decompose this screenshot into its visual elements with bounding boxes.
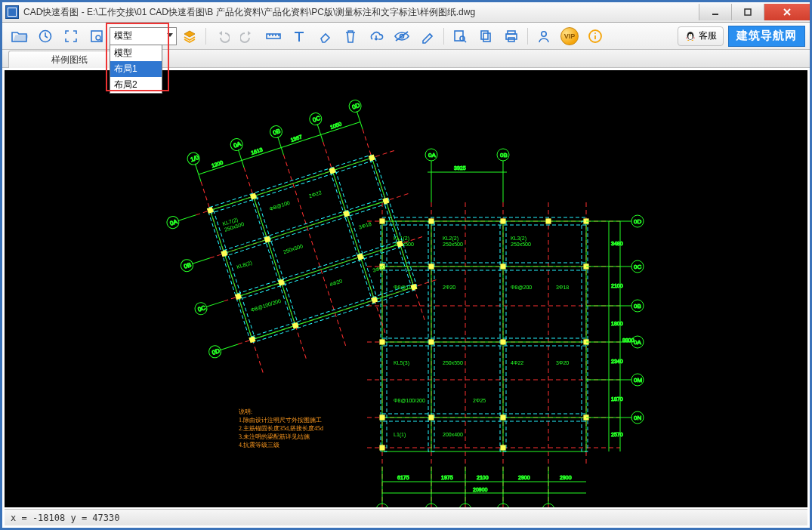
svg-text:0N: 0N	[634, 414, 641, 421]
svg-rect-66	[501, 264, 505, 269]
svg-text:6175: 6175	[397, 475, 409, 480]
svg-text:KL5(3): KL5(3)	[394, 360, 409, 366]
svg-line-167	[192, 258, 210, 264]
svg-text:3Φ18: 3Φ18	[556, 285, 569, 290]
layers-icon[interactable]	[179, 26, 200, 47]
undo-icon[interactable]	[211, 26, 233, 47]
svg-rect-77	[501, 445, 505, 450]
svg-rect-122	[221, 251, 227, 257]
toolbar-separator	[527, 28, 528, 45]
svg-text:3Φ20: 3Φ20	[556, 360, 569, 365]
svg-text:4Φ20: 4Φ20	[329, 278, 343, 287]
svg-text:3.未注明的梁配筋详见结施: 3.未注明的梁配筋详见结施	[239, 433, 310, 440]
svg-text:250x550: 250x550	[443, 360, 463, 365]
svg-rect-129	[397, 241, 403, 247]
svg-text:KL8(2): KL8(2)	[236, 260, 252, 270]
layout-option-layout1[interactable]: 布局1	[110, 61, 162, 77]
layout-option-model[interactable]: 模型	[110, 45, 162, 61]
svg-rect-72	[380, 415, 384, 420]
titlebar: CAD快速看图 - E:\工作交接\01 CAD快速看图\B 产品化资料\产品化…	[2, 2, 810, 23]
layout-dropdown-list: 模型 布局1 布局2	[110, 45, 162, 94]
customer-service-label: 客服	[699, 29, 717, 42]
vip-badge-icon[interactable]: VIP	[559, 26, 580, 47]
svg-text:3Φ20: 3Φ20	[372, 264, 387, 273]
svg-text:2Φ22: 2Φ22	[308, 190, 323, 199]
info-icon[interactable]	[585, 26, 606, 47]
svg-text:0B: 0B	[462, 507, 469, 507]
layout-dropdown[interactable]: 模型 模型 布局1 布局2	[110, 27, 177, 45]
svg-text:Φ8@200: Φ8@200	[511, 285, 532, 290]
cad-drawing: .gr{stroke:#25ff25;stroke-width:1;fill:n…	[5, 70, 807, 507]
svg-line-153	[317, 124, 323, 142]
navsite-label: 建筑导航网	[736, 29, 797, 43]
layout-option-layout2[interactable]: 布局2	[110, 77, 162, 93]
svg-text:250x500: 250x500	[511, 242, 531, 247]
customer-service-button[interactable]: 客服	[678, 26, 724, 46]
app-icon	[5, 5, 19, 19]
status-bar: x = -18108 y = 47330	[5, 509, 807, 525]
svg-text:0C: 0C	[197, 304, 207, 313]
redo-icon[interactable]	[237, 26, 258, 47]
svg-line-17	[464, 40, 466, 42]
svg-text:0A: 0A	[169, 218, 179, 227]
window-title: CAD快速看图 - E:\工作交接\01 CAD快速看图\B 产品化资料\产品化…	[23, 6, 475, 19]
close-button[interactable]	[764, 4, 810, 20]
svg-text:20900: 20900	[473, 487, 488, 492]
find-text-icon[interactable]	[449, 26, 471, 47]
svg-text:2340: 2340	[611, 359, 623, 364]
zoom-window-icon[interactable]	[86, 26, 107, 47]
minimize-button[interactable]	[699, 4, 731, 20]
chevron-down-icon	[167, 33, 173, 37]
svg-rect-124	[344, 211, 350, 217]
building-navsite-button[interactable]: 建筑导航网	[728, 26, 805, 47]
zoom-extents-icon[interactable]	[60, 26, 82, 47]
svg-line-150	[278, 137, 284, 155]
edit-pen-icon[interactable]	[417, 26, 438, 47]
svg-rect-74	[501, 415, 505, 420]
hide-icon[interactable]	[391, 26, 412, 47]
open-file-icon[interactable]	[9, 26, 30, 47]
svg-rect-132	[372, 297, 378, 303]
svg-text:0B: 0B	[500, 152, 508, 159]
svg-rect-133	[411, 284, 417, 290]
svg-point-29	[689, 33, 690, 34]
text-annotation-icon[interactable]	[289, 26, 310, 47]
maximize-button[interactable]	[731, 4, 764, 20]
drawing-canvas[interactable]: .gr{stroke:#25ff25;stroke-width:1;fill:n…	[5, 70, 807, 507]
eraser-icon[interactable]	[314, 26, 335, 47]
svg-line-147	[238, 149, 244, 168]
svg-rect-131	[292, 322, 298, 328]
svg-rect-126	[236, 294, 242, 300]
svg-rect-18	[481, 31, 488, 39]
toolbar-separator	[205, 28, 206, 45]
svg-rect-119	[251, 193, 257, 199]
copy-icon[interactable]	[475, 26, 496, 47]
delete-icon[interactable]	[340, 26, 361, 47]
user-account-icon[interactable]	[533, 26, 554, 47]
svg-rect-123	[264, 236, 270, 242]
svg-text:0C: 0C	[499, 507, 507, 507]
svg-rect-130	[249, 337, 255, 343]
svg-point-23	[542, 31, 546, 35]
measure-icon[interactable]	[263, 26, 284, 47]
svg-text:0A: 0A	[428, 152, 436, 159]
svg-rect-65	[429, 264, 434, 269]
svg-text:2100: 2100	[611, 283, 623, 288]
layout-selected-label: 模型	[114, 29, 132, 42]
svg-text:2Φ20: 2Φ20	[443, 285, 455, 290]
svg-line-144	[195, 164, 201, 182]
history-icon[interactable]	[35, 26, 56, 47]
svg-rect-73	[429, 415, 434, 420]
svg-text:250x500: 250x500	[443, 242, 463, 247]
cloud-download-icon[interactable]	[366, 26, 387, 47]
svg-text:0B: 0B	[272, 128, 281, 137]
svg-text:0D: 0D	[545, 507, 552, 507]
print-icon[interactable]	[501, 26, 522, 47]
svg-text:0M: 0M	[634, 377, 642, 384]
svg-text:Φ8@100: Φ8@100	[269, 200, 291, 211]
svg-text:说明:: 说明:	[239, 408, 252, 415]
svg-rect-118	[208, 208, 214, 214]
svg-rect-125	[383, 198, 389, 204]
window-buttons	[699, 4, 810, 20]
svg-text:200x400: 200x400	[443, 432, 463, 437]
